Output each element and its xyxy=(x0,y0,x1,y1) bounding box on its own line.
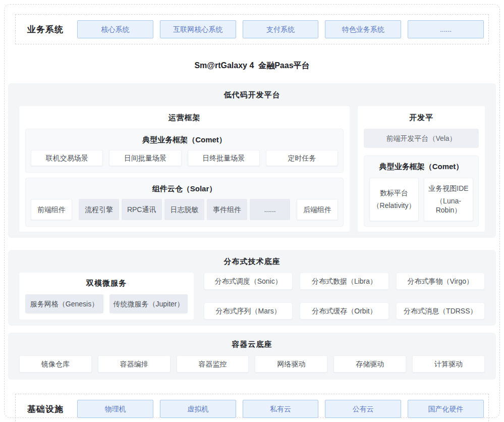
platform-title: Sm@rtGalaxy 4 金融Paas平台 xyxy=(0,61,504,71)
luna-robin-name: 业务视图IDE xyxy=(428,184,468,193)
distributed-transaction-virgo[interactable]: 分布式事物（Virgo） xyxy=(396,273,485,290)
distributed-data-libra[interactable]: 分布式数据（Libra） xyxy=(300,273,388,290)
scenario-endofday-batch[interactable]: 日终批量场景 xyxy=(188,150,260,166)
business-system-special[interactable]: 特色业务系统 xyxy=(325,20,401,38)
storage-driver[interactable]: 存储驱动 xyxy=(333,355,406,373)
relativity-codename: （Relativity） xyxy=(373,201,416,210)
traditional-microservice-jupiter[interactable]: 传统微服务（Jupiter） xyxy=(109,294,188,313)
distributed-content: 双模微服务 服务网格（Genesis） 传统微服务（Jupiter） 分布式调度… xyxy=(19,273,485,320)
distributed-cache-orbit[interactable]: 分布式缓存（Orbit） xyxy=(300,302,388,320)
solar-component-row: 前端组件 流程引擎 RPC通讯 日志脱敏 事件组件 ...... 后端组件 xyxy=(31,199,338,220)
solar-warehouse-title: 组件云仓（Solar） xyxy=(31,184,338,194)
dev-comet-title: 典型业务框架（Comet） xyxy=(369,162,473,172)
dev-comet-box: 典型业务框架（Comet） 数标平台 （Relativity） 业务视图IDE … xyxy=(364,155,479,227)
infra-physical-machine[interactable]: 物理机 xyxy=(77,400,153,418)
container-cloud-section: 容器云底座 镜像仓库 容器编排 容器监控 网络驱动 存储驱动 计算驱动 xyxy=(8,333,496,380)
lowcode-content: 运营框架 典型业务框架（Comet） 联机交易场景 日间批量场景 日终批量场景 … xyxy=(19,106,485,232)
component-log-masking[interactable]: 日志脱敏 xyxy=(164,199,205,220)
distributed-scheduling-sonic[interactable]: 分布式调度（Sonic） xyxy=(204,273,293,290)
container-cloud-title: 容器云底座 xyxy=(19,338,485,349)
container-cloud-row: 镜像仓库 容器编排 容器监控 网络驱动 存储驱动 计算驱动 xyxy=(19,355,485,373)
lowcode-platform-title: 低代码开发平台 xyxy=(19,88,485,100)
infrastructure-row: 基础设施 物理机 虚拟机 私有云 公有云 国产化硬件 xyxy=(15,394,489,422)
infrastructure-label: 基础设施 xyxy=(20,403,71,415)
component-event[interactable]: 事件组件 xyxy=(207,199,247,220)
relativity-name: 数标平台 xyxy=(380,189,408,198)
business-systems-row: 业务系统 核心系统 互联网核心系统 支付系统 特色业务系统 ...... xyxy=(15,14,489,44)
component-process-engine[interactable]: 流程引擎 xyxy=(79,199,119,220)
dev-platform-title: 开发平 xyxy=(364,113,479,123)
distributed-services-grid: 分布式调度（Sonic） 分布式数据（Libra） 分布式事物（Virgo） 分… xyxy=(204,273,485,320)
component-frontend[interactable]: 前端组件 xyxy=(31,199,72,220)
container-orchestration[interactable]: 容器编排 xyxy=(98,355,171,373)
solar-middleware-group: 流程引擎 RPC通讯 日志脱敏 事件组件 ...... xyxy=(79,199,290,220)
distributed-base-title: 分布式技术底座 xyxy=(19,255,485,267)
business-system-core[interactable]: 核心系统 xyxy=(77,20,153,38)
business-systems-label: 业务系统 xyxy=(20,24,71,35)
dual-mode-microservice-panel: 双模微服务 服务网格（Genesis） 传统微服务（Jupiter） xyxy=(19,273,194,320)
infra-private-cloud[interactable]: 私有云 xyxy=(243,400,319,418)
component-backend[interactable]: 后端组件 xyxy=(297,199,338,220)
compute-driver[interactable]: 计算驱动 xyxy=(412,355,485,373)
scenario-scheduled-task[interactable]: 定时任务 xyxy=(266,150,338,166)
lowcode-platform-section: 低代码开发平台 运营框架 典型业务框架（Comet） 联机交易场景 日间批量场景… xyxy=(8,83,496,238)
scenario-online-trading[interactable]: 联机交易场景 xyxy=(31,150,103,166)
infra-domestic-hardware[interactable]: 国产化硬件 xyxy=(408,400,484,418)
business-system-more[interactable]: ...... xyxy=(408,20,484,38)
component-more[interactable]: ...... xyxy=(250,199,290,220)
distributed-base-section: 分布式技术底座 双模微服务 服务网格（Genesis） 传统微服务（Jupite… xyxy=(8,250,496,326)
relativity-platform[interactable]: 数标平台 （Relativity） xyxy=(369,178,419,221)
operation-framework-panel: 运营框架 典型业务框架（Comet） 联机交易场景 日间批量场景 日终批量场景 … xyxy=(19,106,350,232)
infra-virtual-machine[interactable]: 虚拟机 xyxy=(160,400,236,418)
solar-warehouse-box: 组件云仓（Solar） 前端组件 流程引擎 RPC通讯 日志脱敏 事件组件 ..… xyxy=(25,178,344,227)
service-mesh-genesis[interactable]: 服务网格（Genesis） xyxy=(25,294,103,313)
network-driver[interactable]: 网络驱动 xyxy=(255,355,327,373)
distributed-message-tdrss[interactable]: 分布式消息（TDRSS） xyxy=(396,302,485,320)
infra-public-cloud[interactable]: 公有云 xyxy=(325,400,401,418)
dual-mode-title: 双模微服务 xyxy=(25,279,188,288)
dev-platform-panel: 开发平 前端开发平台（Vela） 典型业务框架（Comet） 数标平台 （Rel… xyxy=(358,106,485,232)
architecture-diagram: 业务系统 核心系统 互联网核心系统 支付系统 特色业务系统 ...... Sm@… xyxy=(0,14,504,422)
luna-robin-codename: （Luna-Robin） xyxy=(424,197,473,215)
component-rpc[interactable]: RPC通讯 xyxy=(122,199,162,220)
vela-frontend-platform[interactable]: 前端开发平台（Vela） xyxy=(364,129,479,148)
business-system-payment[interactable]: 支付系统 xyxy=(243,20,319,38)
luna-robin-ide[interactable]: 业务视图IDE （Luna-Robin） xyxy=(424,178,473,221)
scenario-daytime-batch[interactable]: 日间批量场景 xyxy=(109,150,181,166)
dual-mode-row: 服务网格（Genesis） 传统微服务（Jupiter） xyxy=(25,294,188,313)
business-system-internet-core[interactable]: 互联网核心系统 xyxy=(160,20,236,38)
image-registry[interactable]: 镜像仓库 xyxy=(19,355,92,373)
operation-framework-title: 运营框架 xyxy=(25,113,344,123)
container-monitoring[interactable]: 容器监控 xyxy=(177,355,249,373)
comet-scenario-row: 联机交易场景 日间批量场景 日终批量场景 定时任务 xyxy=(31,150,338,166)
comet-framework-title: 典型业务框架（Comet） xyxy=(31,135,338,145)
distributed-sequence-mars[interactable]: 分布式序列（Mars） xyxy=(204,302,293,320)
dev-comet-row: 数标平台 （Relativity） 业务视图IDE （Luna-Robin） xyxy=(369,178,473,221)
comet-framework-box: 典型业务框架（Comet） 联机交易场景 日间批量场景 日终批量场景 定时任务 xyxy=(25,129,344,173)
